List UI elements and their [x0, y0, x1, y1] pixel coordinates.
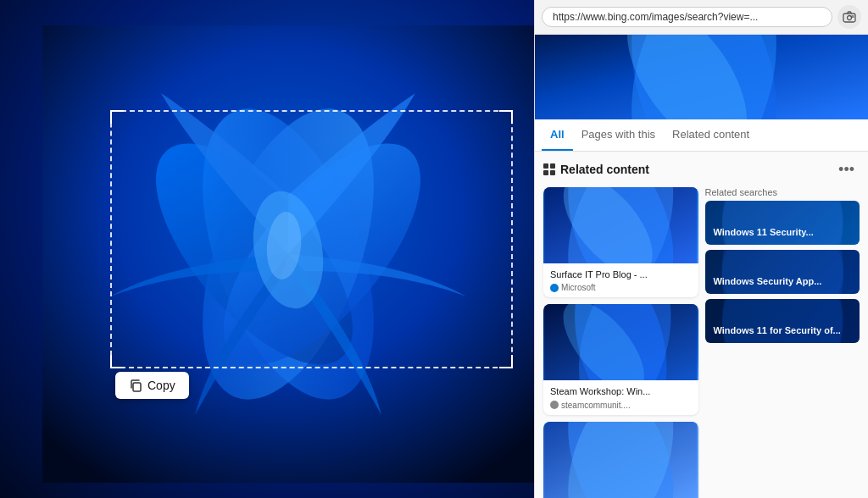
content-grid: Surface IT Pro Blog - ... Microsoft — [543, 187, 860, 498]
more-icon: ••• — [838, 161, 854, 178]
grid-dot — [543, 163, 548, 169]
steam-card-meta: Steam Workshop: Win... steamcommunit.... — [543, 380, 698, 414]
surface-card-meta: Surface IT Pro Blog - ... Microsoft — [543, 263, 698, 297]
surface-card-source-text: Microsoft — [561, 283, 596, 292]
url-text: https://www.bing.com/images/search?view=… — [553, 11, 758, 23]
copy-button[interactable]: Copy — [115, 372, 189, 399]
more-options-button[interactable]: ••• — [833, 160, 860, 179]
search-chip-security-app[interactable]: Windows Security App... — [705, 250, 860, 294]
surface-card[interactable]: Surface IT Pro Blog - ... Microsoft — [543, 187, 698, 297]
dribbble-card-svg — [543, 422, 698, 498]
win11-flower-svg — [42, 25, 534, 483]
dribbble-card-image — [543, 422, 698, 498]
section-header: Related content ••• — [543, 160, 860, 179]
steam-card-source-text: steamcommunit.... — [561, 401, 631, 410]
steam-icon — [550, 401, 559, 409]
chip1-bg-svg — [705, 201, 860, 245]
tabs-bar: All Pages with this Related content — [535, 119, 868, 152]
tab-related-label: Related content — [672, 128, 749, 141]
chip2-bg-svg — [705, 250, 860, 294]
chip1-label: Windows 11 Security... — [714, 226, 814, 238]
chip3-label: Windows 11 for Security of... — [714, 324, 841, 336]
address-bar: https://www.bing.com/images/search?view=… — [535, 0, 868, 35]
search-chip-security[interactable]: Windows 11 Security... — [705, 201, 860, 245]
svg-rect-7 — [133, 383, 141, 391]
steam-card-svg — [543, 304, 698, 380]
camera-icon — [843, 10, 856, 24]
grid-dot — [550, 170, 555, 175]
microsoft-icon — [550, 284, 559, 292]
surface-card-image — [543, 187, 698, 263]
section-title: Related content — [543, 163, 649, 176]
chip2-label: Windows Security App... — [714, 275, 822, 287]
search-chip-security-of[interactable]: Windows 11 for Security of... — [705, 299, 860, 343]
browser-panel: https://www.bing.com/images/search?view=… — [534, 0, 868, 498]
surface-card-source: Microsoft — [550, 283, 692, 292]
tab-pages-with-this[interactable]: Pages with this — [573, 119, 664, 151]
tab-pages-label: Pages with this — [581, 128, 655, 141]
steam-card[interactable]: Steam Workshop: Win... steamcommunit.... — [543, 304, 698, 414]
section-title-text: Related content — [560, 163, 649, 176]
steam-card-image — [543, 304, 698, 380]
surface-card-title: Surface IT Pro Blog - ... — [550, 268, 692, 280]
svg-point-29 — [706, 250, 858, 294]
copy-label: Copy — [147, 379, 175, 392]
steam-card-source: steamcommunit.... — [550, 401, 692, 410]
visual-search-button[interactable] — [837, 5, 861, 29]
related-searches-label: Related searches — [705, 187, 860, 197]
grid-dot — [543, 170, 548, 175]
tab-all[interactable]: All — [542, 119, 573, 151]
grid-icon — [543, 163, 555, 175]
tab-all-label: All — [550, 128, 565, 141]
steam-card-title: Steam Workshop: Win... — [550, 385, 692, 397]
svg-point-27 — [711, 201, 854, 245]
cards-column: Surface IT Pro Blog - ... Microsoft — [543, 187, 698, 498]
image-preview — [535, 35, 868, 119]
svg-point-9 — [848, 16, 852, 20]
svg-rect-10 — [852, 15, 854, 18]
related-searches-column: Related searches Windows 11 Security... — [705, 187, 860, 498]
tab-related-content[interactable]: Related content — [664, 119, 758, 151]
preview-svg — [535, 35, 868, 119]
address-input[interactable]: https://www.bing.com/images/search?view=… — [542, 7, 832, 27]
search-chips-list: Windows 11 Security... Windows Security … — [705, 201, 860, 343]
panel-content: Related content ••• — [535, 152, 868, 498]
grid-dot — [550, 163, 555, 169]
svg-point-31 — [711, 299, 854, 343]
copy-icon — [129, 379, 142, 392]
chip3-bg-svg — [705, 299, 860, 343]
surface-card-svg — [543, 187, 698, 263]
dribbble-card[interactable]: Windows 11 Wallpaper... dribbble.com — [543, 422, 698, 498]
wallpaper-background — [0, 0, 534, 498]
